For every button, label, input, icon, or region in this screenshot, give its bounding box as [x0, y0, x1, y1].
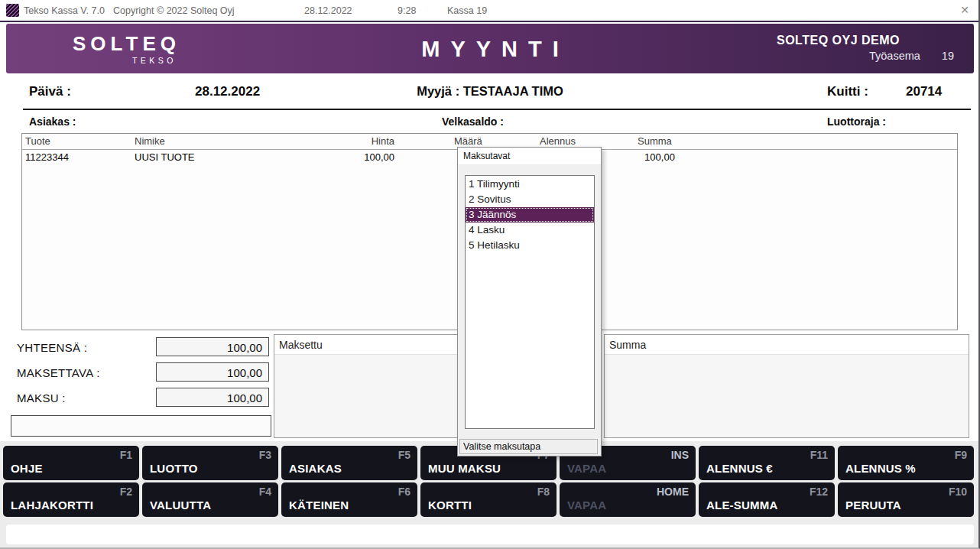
fn-button-label: ALENNUS € [706, 462, 773, 475]
fn-button-ohje[interactable]: OHJE F1 [3, 446, 139, 480]
fn-key-label: F5 [398, 449, 410, 461]
bottom-status-strip [6, 525, 974, 544]
fn-key-label: F1 [120, 449, 132, 461]
fn-button-luotto[interactable]: LUOTTO F3 [142, 446, 278, 480]
col-header-discount: Alennus [540, 135, 576, 147]
fn-button-kateinen[interactable]: KÄTEINEN F6 [281, 482, 417, 517]
app-icon [6, 4, 19, 17]
seller-name: TESTAAJA TIMO [463, 84, 563, 98]
col-header-product: Tuote [25, 135, 50, 147]
payment-value-field[interactable]: 100,00 [156, 388, 269, 407]
sum-panel: Summa [604, 334, 969, 438]
fn-button-label: ALE-SUMMA [706, 499, 777, 512]
fn-key-label: HOME [657, 486, 689, 498]
seller-label: Myyjä : [417, 84, 459, 98]
dialog-status-text: Valitse maksutapa [459, 439, 598, 454]
fn-key-label: F12 [810, 486, 828, 498]
fn-button-label: LAHJAKORTTI [11, 499, 93, 512]
fn-button-label: ASIAKAS [289, 462, 342, 475]
amount-entry-field[interactable] [11, 415, 271, 437]
fn-button-lahjakortti[interactable]: LAHJAKORTTI F2 [3, 482, 139, 517]
cell-price: 100,00 [297, 151, 394, 163]
info-separator [23, 109, 971, 110]
titlebar-time: 9:28 [398, 5, 416, 16]
fn-button-label: ALENNUS % [845, 462, 916, 475]
fn-button-label: VAPAA [567, 499, 606, 512]
fn-button-label: OHJE [11, 462, 43, 475]
fn-key-label: F3 [259, 449, 271, 461]
list-item-jaannos[interactable]: 3 Jäännös [466, 207, 594, 223]
fn-button-ale-summa[interactable]: ALE-SUMMA F12 [699, 482, 835, 517]
list-item-tilimyynti[interactable]: 1 Tilimyynti [466, 177, 594, 192]
fn-button-label: MUU MAKSU [428, 462, 501, 475]
payable-value-field[interactable]: 100,00 [156, 362, 269, 382]
list-item-lasku[interactable]: 4 Lasku [466, 223, 594, 238]
app-window: Tekso Kassa V. 7.0 Copyright © 2022 Solt… [0, 0, 980, 549]
fn-button-alennus-eur[interactable]: ALENNUS € F11 [699, 446, 835, 480]
fn-button-label: VAPAA [567, 462, 606, 475]
list-item-hetilasku[interactable]: 5 Hetilasku [466, 238, 594, 253]
workstation-number: 19 [942, 50, 954, 62]
fn-button-label: KÄTEINEN [289, 499, 349, 512]
cell-product: 11223344 [25, 151, 69, 163]
workstation-line: Työasema19 [777, 50, 974, 62]
fn-button-label: VALUUTTA [150, 499, 211, 512]
credit-limit-label: Luottoraja : [827, 115, 886, 128]
cell-total: 100,00 [634, 151, 686, 163]
close-icon[interactable]: ✕ [960, 4, 969, 16]
fn-key-label: F9 [955, 449, 967, 461]
fn-key-label: F4 [259, 486, 271, 498]
dialog-titlebar[interactable]: Maksutavat [458, 148, 601, 165]
receipt-label: Kuitti : [827, 84, 868, 99]
brand-header: SOLTEQ TEKSO MYYNTI SOLTEQ OYJ DEMO Työa… [6, 24, 974, 73]
fn-button-label: LUOTTO [150, 462, 198, 475]
fn-button-peruuta[interactable]: PERUUTA F10 [838, 482, 974, 517]
fn-button-asiakas[interactable]: ASIAKAS F5 [281, 446, 417, 480]
payable-label: MAKSETTAVA : [17, 366, 100, 379]
payment-method-dialog: Maksutavat 1 Tilimyynti 2 Sovitus 3 Jään… [457, 147, 602, 456]
fn-key-label: F8 [537, 486, 550, 498]
titlebar-register: Kassa 19 [447, 5, 487, 16]
debt-label: Velkasaldo : [442, 115, 504, 128]
fn-key-label: F10 [949, 486, 967, 498]
payment-label: MAKSU : [17, 391, 66, 404]
fn-key-label: F2 [120, 486, 132, 498]
payment-method-listbox: 1 Tilimyynti 2 Sovitus 3 Jäännös 4 Lasku… [465, 175, 595, 429]
brand-right-block: SOLTEQ OYJ DEMO Työasema19 [777, 34, 974, 62]
titlebar-date: 28.12.2022 [304, 5, 352, 16]
fn-button-vapaa-2: VAPAA HOME [560, 482, 696, 517]
total-label: YHTEENSÄ : [17, 341, 87, 354]
list-item-sovitus[interactable]: 2 Sovitus [466, 192, 594, 207]
fn-button-label: PERUUTA [845, 499, 901, 512]
customer-label: Asiakas : [29, 115, 76, 128]
fn-button-label: KORTTI [428, 499, 472, 512]
workstation-label: Työasema [869, 50, 920, 62]
fn-button-kortti[interactable]: KORTTI F8 [420, 482, 557, 517]
cell-name: UUSI TUOTE [135, 151, 195, 163]
copyright-text: Copyright © 2022 Solteq Oyj [113, 5, 235, 16]
fn-button-alennus-pct[interactable]: ALENNUS % F9 [838, 446, 974, 480]
total-value-field[interactable]: 100,00 [156, 337, 269, 356]
fn-key-label: F11 [810, 449, 828, 461]
col-header-price: Hinta [297, 135, 394, 147]
col-header-name: Nimike [135, 135, 165, 147]
sum-panel-title: Summa [605, 335, 969, 355]
app-title: Tekso Kassa V. 7.0 [24, 5, 105, 16]
fn-key-label: INS [671, 449, 689, 461]
fn-key-label: F6 [398, 486, 410, 498]
col-header-total: Summa [638, 135, 672, 147]
receipt-number: 20714 [906, 84, 942, 99]
company-name: SOLTEQ OYJ DEMO [777, 34, 974, 47]
window-titlebar: Tekso Kassa V. 7.0 Copyright © 2022 Solt… [0, 0, 978, 22]
fn-button-valuutta[interactable]: VALUUTTA F4 [142, 482, 278, 517]
col-header-quantity: Määrä [454, 135, 482, 147]
